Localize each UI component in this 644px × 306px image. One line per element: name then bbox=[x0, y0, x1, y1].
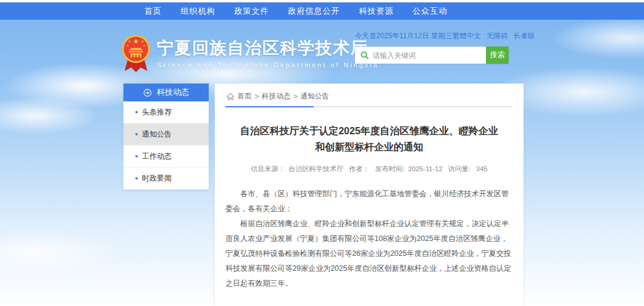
national-emblem-icon: ★ ★ ★ ★ ★ bbox=[121, 34, 151, 73]
search-button[interactable]: 搜索 bbox=[486, 47, 509, 64]
sidebar-item[interactable]: 工作动态 bbox=[123, 146, 209, 168]
sidebar-item[interactable]: 时政要闻 bbox=[123, 168, 209, 190]
sidebar-item-label: 工作动态 bbox=[142, 152, 172, 162]
article-body: 各市、县（区）科技管理部门，宁东能源化工基地管委会，银川经济技术开发区管委会，各… bbox=[225, 187, 513, 291]
search-input[interactable] bbox=[373, 51, 481, 60]
sidebar-header: ★ 科技动态 bbox=[123, 84, 209, 101]
site-title: 宁夏回族自治区科学技术厅 bbox=[157, 39, 379, 58]
article-title-line2: 和创新型标杆企业的通知 bbox=[315, 141, 423, 152]
nav-item[interactable]: 政府信息公开 bbox=[288, 6, 340, 17]
sidebar-item[interactable]: 通知公告 bbox=[123, 123, 209, 146]
meta-source: 自治区科学技术厅 bbox=[289, 165, 343, 172]
bullet-dot-icon bbox=[135, 133, 138, 135]
sidebar-title: 科技动态 bbox=[157, 87, 189, 98]
meta-visits-label: 访问量: bbox=[448, 165, 470, 172]
breadcrumb-home[interactable]: 首页 bbox=[237, 91, 252, 101]
search-box bbox=[355, 47, 486, 64]
article-title: 自治区科技厅关于认定2025年度自治区雏鹰企业、瞪羚企业 和创新型标杆企业的通知 bbox=[225, 123, 513, 155]
article-paragraph: 根据自治区雏鹰企业、瞪羚企业和创新型标杆企业认定管理有关规定，决定认定半亩良人农… bbox=[225, 217, 513, 291]
brand-text: 宁夏回族自治区科学技术厅 Science and Technology Depa… bbox=[157, 34, 379, 69]
nav-item[interactable]: 公众互动 bbox=[413, 6, 447, 17]
home-icon bbox=[227, 93, 234, 100]
article-meta: 信息来源：自治区科学技术厅 作者： 发布时间:2025-11-12 访问量: 3… bbox=[225, 165, 513, 174]
bullet-dot-icon bbox=[135, 111, 138, 113]
meta-publish-label: 发布时间: bbox=[375, 165, 404, 172]
meta-author-label: 作者： bbox=[349, 165, 370, 172]
content-area: ★ 科技动态 头条推荐 通知公告 bbox=[123, 84, 524, 306]
svg-text:★: ★ bbox=[145, 90, 150, 95]
sidebar-item-label: 通知公告 bbox=[142, 129, 172, 140]
quick-link[interactable]: 繁體中文 bbox=[453, 31, 481, 41]
quick-link[interactable]: 无障碍 bbox=[487, 31, 508, 41]
sidebar: ★ 科技动态 头条推荐 通知公告 bbox=[123, 84, 209, 190]
search-bar: 搜索 bbox=[355, 47, 509, 64]
svg-text:★: ★ bbox=[126, 44, 129, 47]
site-subtitle: Science and Technology Department of Nin… bbox=[157, 61, 379, 69]
svg-text:★: ★ bbox=[133, 38, 139, 45]
sidebar-item[interactable]: 头条推荐 bbox=[123, 101, 209, 123]
site-brand: ★ ★ ★ ★ ★ 宁夏回族自治区科学技术厅 Science and Techn… bbox=[121, 34, 379, 73]
breadcrumb-separator: > bbox=[255, 92, 259, 101]
nav-item[interactable]: 政策文件 bbox=[234, 6, 269, 17]
search-icon bbox=[360, 51, 369, 60]
page: 首页组织机构政策文件政府信息公开科技资源公众互动 ★ ★ ★ ★ ★ 宁夏回族自… bbox=[0, 0, 644, 306]
sidebar-item-label: 头条推荐 bbox=[142, 107, 172, 118]
date-text: 今天是2025年11月12日 星期三 bbox=[355, 31, 453, 41]
svg-text:★: ★ bbox=[143, 44, 146, 47]
breadcrumb-current: 通知公告 bbox=[301, 91, 329, 101]
breadcrumb-separator: > bbox=[293, 92, 298, 101]
sidebar-item-label: 时政要闻 bbox=[142, 174, 172, 184]
nav-item[interactable]: 科技资源 bbox=[359, 6, 394, 17]
breadcrumb-divider bbox=[225, 106, 513, 107]
svg-text:★: ★ bbox=[128, 39, 131, 43]
bullet-dot-icon bbox=[135, 177, 138, 180]
breadcrumb-section[interactable]: 科技动态 bbox=[262, 91, 290, 101]
header-right: 今天是2025年11月12日 星期三 繁體中文无障碍长者版 搜索 bbox=[355, 31, 522, 64]
meta-visits: 345 bbox=[476, 165, 487, 172]
bullet-dot-icon bbox=[135, 155, 138, 157]
svg-text:★: ★ bbox=[141, 39, 144, 43]
top-info: 今天是2025年11月12日 星期三 繁體中文无障碍长者版 bbox=[355, 31, 522, 41]
article-title-line1: 自治区科技厅关于认定2025年度自治区雏鹰企业、瞪羚企业 bbox=[240, 125, 499, 136]
sidebar-menu: 头条推荐 通知公告 工作动态 时政要闻 bbox=[123, 101, 209, 190]
star-circle-icon: ★ bbox=[143, 88, 152, 97]
main-panel: 首页 > 科技动态 > 通知公告 自治区科技厅关于认定2025年度自治区雏鹰企业… bbox=[215, 84, 524, 306]
meta-source-label: 信息来源： bbox=[251, 165, 286, 172]
top-nav: 首页组织机构政策文件政府信息公开科技资源公众互动 bbox=[0, 2, 644, 20]
quick-links: 繁體中文无障碍长者版 bbox=[453, 31, 535, 41]
nav-item[interactable]: 组织机构 bbox=[181, 6, 215, 17]
article-paragraph: 各市、县（区）科技管理部门，宁东能源化工基地管委会，银川经济技术开发区管委会，各… bbox=[225, 187, 513, 217]
nav-item[interactable]: 首页 bbox=[144, 6, 162, 17]
breadcrumb: 首页 > 科技动态 > 通知公告 bbox=[225, 89, 513, 106]
quick-link[interactable]: 长者版 bbox=[513, 31, 535, 41]
meta-publish-date: 2025-11-12 bbox=[408, 165, 442, 172]
breadcrumb-divider-accent bbox=[225, 106, 314, 107]
